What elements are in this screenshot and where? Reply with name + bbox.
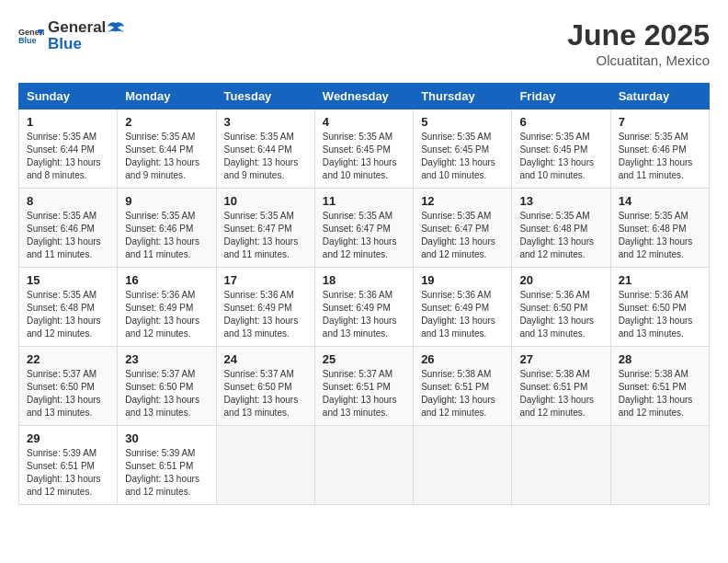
- calendar-day-cell: 20 Sunrise: 5:36 AMSunset: 6:50 PMDaylig…: [512, 268, 610, 347]
- col-monday: Monday: [118, 84, 216, 109]
- day-number: 1: [27, 115, 109, 129]
- logo-text-general: General: [48, 18, 106, 37]
- day-number: 18: [323, 273, 405, 287]
- day-number: 6: [519, 115, 602, 129]
- calendar-week-row: 1 Sunrise: 5:35 AMSunset: 6:44 PMDayligh…: [19, 109, 710, 189]
- day-number: 20: [519, 273, 602, 287]
- day-info: Sunrise: 5:36 AMSunset: 6:49 PMDaylight:…: [421, 289, 504, 340]
- empty-cell: [610, 426, 709, 505]
- calendar-day-cell: 23 Sunrise: 5:37 AMSunset: 6:50 PMDaylig…: [118, 347, 216, 426]
- calendar-day-cell: 22 Sunrise: 5:37 AMSunset: 6:50 PMDaylig…: [19, 347, 118, 426]
- calendar-day-cell: 17 Sunrise: 5:36 AMSunset: 6:49 PMDaylig…: [216, 268, 314, 347]
- calendar-day-cell: 3 Sunrise: 5:35 AMSunset: 6:44 PMDayligh…: [216, 109, 314, 189]
- calendar-day-cell: 4 Sunrise: 5:35 AMSunset: 6:45 PMDayligh…: [314, 109, 413, 189]
- day-info: Sunrise: 5:36 AMSunset: 6:50 PMDaylight:…: [619, 289, 701, 340]
- calendar-day-cell: 27 Sunrise: 5:38 AMSunset: 6:51 PMDaylig…: [512, 347, 610, 426]
- calendar-day-cell: 25 Sunrise: 5:37 AMSunset: 6:51 PMDaylig…: [314, 347, 413, 426]
- calendar-week-row: 22 Sunrise: 5:37 AMSunset: 6:50 PMDaylig…: [19, 347, 710, 426]
- day-info: Sunrise: 5:35 AMSunset: 6:48 PMDaylight:…: [619, 210, 701, 261]
- calendar-header-row: Sunday Monday Tuesday Wednesday Thursday…: [19, 84, 710, 109]
- day-number: 14: [619, 194, 701, 208]
- day-info: Sunrise: 5:37 AMSunset: 6:51 PMDaylight:…: [323, 368, 405, 419]
- page-header: General Blue General Blue June 2025 Olcu…: [18, 18, 710, 68]
- day-info: Sunrise: 5:35 AMSunset: 6:47 PMDaylight:…: [323, 210, 405, 261]
- day-number: 8: [27, 194, 109, 208]
- day-number: 3: [224, 115, 307, 129]
- day-number: 17: [224, 273, 307, 287]
- logo-icon: General Blue: [18, 26, 44, 46]
- day-info: Sunrise: 5:35 AMSunset: 6:44 PMDaylight:…: [224, 131, 307, 182]
- day-number: 22: [27, 352, 109, 366]
- title-area: June 2025 Olcuatitan, Mexico: [567, 18, 710, 68]
- day-number: 23: [125, 352, 208, 366]
- calendar-day-cell: 16 Sunrise: 5:36 AMSunset: 6:49 PMDaylig…: [118, 268, 216, 347]
- svg-text:Blue: Blue: [18, 36, 37, 45]
- location-subtitle: Olcuatitan, Mexico: [567, 52, 710, 68]
- col-saturday: Saturday: [610, 84, 709, 109]
- col-sunday: Sunday: [19, 84, 118, 109]
- day-info: Sunrise: 5:36 AMSunset: 6:50 PMDaylight:…: [519, 289, 602, 340]
- calendar-day-cell: 15 Sunrise: 5:35 AMSunset: 6:48 PMDaylig…: [19, 268, 118, 347]
- day-info: Sunrise: 5:36 AMSunset: 6:49 PMDaylight:…: [323, 289, 405, 340]
- day-number: 12: [421, 194, 504, 208]
- calendar-day-cell: 1 Sunrise: 5:35 AMSunset: 6:44 PMDayligh…: [19, 109, 118, 189]
- calendar-day-cell: 10 Sunrise: 5:35 AMSunset: 6:47 PMDaylig…: [216, 189, 314, 268]
- calendar-day-cell: 11 Sunrise: 5:35 AMSunset: 6:47 PMDaylig…: [314, 189, 413, 268]
- calendar-day-cell: 5 Sunrise: 5:35 AMSunset: 6:45 PMDayligh…: [414, 109, 512, 189]
- day-info: Sunrise: 5:35 AMSunset: 6:44 PMDaylight:…: [27, 131, 109, 182]
- day-number: 21: [619, 273, 701, 287]
- month-title: June 2025: [567, 18, 710, 52]
- day-info: Sunrise: 5:38 AMSunset: 6:51 PMDaylight:…: [519, 368, 602, 419]
- day-info: Sunrise: 5:36 AMSunset: 6:49 PMDaylight:…: [224, 289, 307, 340]
- day-info: Sunrise: 5:35 AMSunset: 6:45 PMDaylight:…: [421, 131, 504, 182]
- calendar-table: Sunday Monday Tuesday Wednesday Thursday…: [18, 83, 710, 505]
- empty-cell: [314, 426, 413, 505]
- calendar-day-cell: 9 Sunrise: 5:35 AMSunset: 6:46 PMDayligh…: [118, 189, 216, 268]
- day-number: 26: [421, 352, 504, 366]
- calendar-day-cell: 21 Sunrise: 5:36 AMSunset: 6:50 PMDaylig…: [610, 268, 709, 347]
- day-number: 13: [519, 194, 602, 208]
- day-info: Sunrise: 5:37 AMSunset: 6:50 PMDaylight:…: [125, 368, 208, 419]
- day-number: 4: [323, 115, 405, 129]
- day-number: 16: [125, 273, 208, 287]
- day-info: Sunrise: 5:35 AMSunset: 6:46 PMDaylight:…: [619, 131, 701, 182]
- day-number: 24: [224, 352, 307, 366]
- day-info: Sunrise: 5:38 AMSunset: 6:51 PMDaylight:…: [619, 368, 701, 419]
- col-friday: Friday: [512, 84, 610, 109]
- day-number: 30: [125, 431, 208, 445]
- day-info: Sunrise: 5:39 AMSunset: 6:51 PMDaylight:…: [27, 447, 109, 499]
- day-info: Sunrise: 5:35 AMSunset: 6:46 PMDaylight:…: [27, 210, 109, 261]
- calendar-day-cell: 13 Sunrise: 5:35 AMSunset: 6:48 PMDaylig…: [512, 189, 610, 268]
- empty-cell: [512, 426, 610, 505]
- day-number: 27: [519, 352, 602, 366]
- calendar-week-row: 29 Sunrise: 5:39 AMSunset: 6:51 PMDaylig…: [19, 426, 710, 505]
- day-number: 29: [27, 431, 109, 445]
- day-info: Sunrise: 5:37 AMSunset: 6:50 PMDaylight:…: [27, 368, 109, 419]
- day-number: 5: [421, 115, 504, 129]
- empty-cell: [216, 426, 314, 505]
- calendar-day-cell: 29 Sunrise: 5:39 AMSunset: 6:51 PMDaylig…: [19, 426, 118, 505]
- calendar-day-cell: 7 Sunrise: 5:35 AMSunset: 6:46 PMDayligh…: [610, 109, 709, 189]
- day-info: Sunrise: 5:35 AMSunset: 6:48 PMDaylight:…: [519, 210, 602, 261]
- col-wednesday: Wednesday: [314, 84, 413, 109]
- day-number: 2: [125, 115, 208, 129]
- day-number: 28: [619, 352, 701, 366]
- day-info: Sunrise: 5:37 AMSunset: 6:50 PMDaylight:…: [224, 368, 307, 419]
- day-number: 15: [27, 273, 109, 287]
- calendar-day-cell: 12 Sunrise: 5:35 AMSunset: 6:47 PMDaylig…: [414, 189, 512, 268]
- calendar-day-cell: 2 Sunrise: 5:35 AMSunset: 6:44 PMDayligh…: [118, 109, 216, 189]
- logo-text-blue: Blue: [48, 35, 124, 53]
- calendar-day-cell: 26 Sunrise: 5:38 AMSunset: 6:51 PMDaylig…: [414, 347, 512, 426]
- calendar-day-cell: 14 Sunrise: 5:35 AMSunset: 6:48 PMDaylig…: [610, 189, 709, 268]
- calendar-body: 1 Sunrise: 5:35 AMSunset: 6:44 PMDayligh…: [19, 109, 710, 505]
- day-number: 25: [323, 352, 405, 366]
- day-number: 9: [125, 194, 208, 208]
- day-info: Sunrise: 5:35 AMSunset: 6:44 PMDaylight:…: [125, 131, 208, 182]
- day-number: 19: [421, 273, 504, 287]
- calendar-day-cell: 24 Sunrise: 5:37 AMSunset: 6:50 PMDaylig…: [216, 347, 314, 426]
- day-info: Sunrise: 5:36 AMSunset: 6:49 PMDaylight:…: [125, 289, 208, 340]
- day-number: 7: [619, 115, 701, 129]
- calendar-day-cell: 28 Sunrise: 5:38 AMSunset: 6:51 PMDaylig…: [610, 347, 709, 426]
- day-info: Sunrise: 5:35 AMSunset: 6:48 PMDaylight:…: [27, 289, 109, 340]
- day-info: Sunrise: 5:38 AMSunset: 6:51 PMDaylight:…: [421, 368, 504, 419]
